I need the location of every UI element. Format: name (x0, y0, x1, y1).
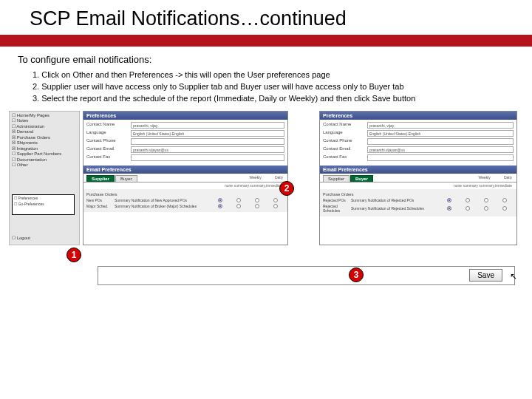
contact-phone-field[interactable] (131, 138, 284, 145)
language-field[interactable]: English (United States)-English (367, 130, 514, 137)
report-group-label: Purchase Orders (86, 192, 284, 197)
nav-item: ☐ Other (12, 163, 77, 168)
contact-fax-label: Contact Fax (323, 154, 367, 161)
report-row-radios[interactable] (440, 206, 514, 211)
report-area: Purchase Orders New POs Summary Notifica… (83, 189, 287, 212)
nav-item: ☒ Integration (12, 146, 77, 152)
callout-3: 3 (349, 267, 364, 282)
contact-email-label: Contact Email (86, 146, 131, 153)
tabs-row: Supplier Buyer Weekly Daily (83, 174, 287, 183)
left-nav-screenshot: ☐ Home/My Pages ☐ Notes ☐ Administration… (9, 111, 80, 245)
contact-phone-label: Contact Phone (86, 138, 131, 145)
nav-item: ☐ Documentation (12, 157, 77, 163)
preferences-highlight-box: ☐ Preferences ☐ Go-Preferences (12, 194, 75, 215)
screenshots-area: ☐ Home/My Pages ☐ Notes ☐ Administration… (9, 111, 522, 281)
tab-supplier[interactable]: Supplier (323, 175, 349, 182)
supplier-preferences-screenshot: Preferences Contact Nameprasanthi, vijay… (83, 111, 288, 245)
language-label: Language (86, 130, 131, 137)
step-3: 3. Select the report and the schedule of… (33, 93, 510, 105)
nav-item: ☐ Supplier Part Numbers (12, 151, 77, 157)
intro-text: To configure email notifications: (0, 47, 532, 66)
nav-item: ☒ Demand (12, 129, 77, 135)
report-row: New POs Summary Notification of New Appr… (86, 197, 284, 203)
tab-buyer[interactable]: Buyer (350, 175, 373, 182)
nav-item: ☒ Shipments (12, 140, 77, 146)
report-row-radios[interactable] (211, 198, 284, 202)
contact-form: Contact Nameprasanthi, vijay LanguageEng… (83, 120, 287, 166)
col-daily: Daily (504, 175, 512, 180)
report-row-name: Summary Notification of Rejected Schedul… (351, 206, 440, 211)
nav-item: ☐ Notes (12, 118, 77, 124)
email-preferences-header: Email Preferences (320, 166, 516, 174)
tabs-row: Supplier Buyer Weekly Daily (320, 174, 516, 183)
contact-fax-label: Contact Fax (86, 154, 131, 161)
language-label: Language (323, 130, 367, 137)
report-row-radios[interactable] (440, 198, 514, 202)
nav-sub-item: ☐ Go-Preferences (13, 201, 74, 207)
contact-email-label: Contact Email (323, 146, 367, 153)
report-row-radios[interactable] (211, 204, 284, 208)
save-bar-screenshot: Save ↖ (98, 266, 515, 285)
col-weekly: Weekly (479, 175, 491, 180)
save-button[interactable]: Save (469, 269, 502, 282)
cursor-icon: ↖ (510, 271, 517, 282)
callout-2: 2 (279, 181, 294, 196)
callout-1: 1 (66, 248, 81, 262)
contact-name-label: Contact Name (323, 122, 367, 129)
schedule-subtext: none summary summary,immediate (83, 183, 287, 189)
report-row: Rejected POs Summary Notification of Rej… (323, 197, 514, 203)
contact-email-field[interactable]: prasanthi.vijayan@us (367, 146, 514, 153)
contact-name-field[interactable]: prasanthi, vijay (367, 122, 514, 129)
report-row-name: Summary Notification of Rejected POs (351, 198, 440, 202)
report-row-left: New POs (86, 198, 115, 202)
report-row-name: Summary Notification of New Approved POs (115, 198, 211, 202)
col-daily: Daily (275, 175, 283, 180)
col-weekly: Weekly (250, 175, 262, 180)
nav-item: ☐ Administration (12, 124, 77, 130)
schedule-column-labels: Weekly Daily (479, 175, 512, 180)
step-2: 2. Supplier user will have access only t… (33, 81, 510, 93)
nav-item: ☒ Purchase Orders (12, 135, 77, 141)
tab-buyer[interactable]: Buyer (115, 175, 137, 182)
contact-name-label: Contact Name (86, 122, 131, 129)
report-row-left: Rejected Schedules (323, 204, 351, 213)
language-field[interactable]: English (United States)-English (131, 130, 284, 137)
nav-item: ☐ Home/My Pages (12, 113, 77, 119)
schedule-subtext: none summary summary,immediate (320, 183, 516, 189)
report-row-name: Summary Notification of Broker (Major) S… (115, 204, 211, 208)
red-divider (0, 35, 532, 47)
page-title: SCP Email Notifications…continued (0, 7, 532, 35)
nav-item-logout: ☐ Logout (12, 236, 30, 242)
preferences-header: Preferences (320, 112, 516, 120)
tab-supplier[interactable]: Supplier (86, 175, 115, 182)
step-1: 1. Click on Other and then Preferences -… (33, 69, 510, 81)
report-row: Major Sched. Summary Notification of Bro… (86, 203, 284, 209)
steps-list: 1. Click on Other and then Preferences -… (0, 66, 532, 111)
report-group-label: Purchase Orders (323, 192, 514, 197)
preferences-header: Preferences (83, 112, 287, 120)
schedule-column-labels: Weekly Daily (250, 175, 283, 180)
contact-form: Contact Nameprasanthi, vijay LanguageEng… (320, 120, 516, 166)
contact-email-field[interactable]: prasanthi.vijayan@us (131, 146, 284, 153)
contact-fax-field[interactable] (131, 154, 284, 161)
contact-fax-field[interactable] (367, 154, 514, 161)
buyer-preferences-screenshot: Preferences Contact Nameprasanthi, vijay… (319, 111, 517, 245)
report-row-left: Major Sched. (86, 204, 115, 208)
contact-phone-label: Contact Phone (323, 138, 367, 145)
report-row-left: Rejected POs (323, 198, 351, 202)
contact-name-field[interactable]: prasanthi, vijay (131, 122, 284, 129)
contact-phone-field[interactable] (367, 138, 514, 145)
report-row: Rejected Schedules Summary Notification … (323, 203, 514, 214)
report-area: Purchase Orders Rejected POs Summary Not… (320, 189, 516, 216)
title-bar: SCP Email Notifications…continued (0, 0, 532, 47)
email-preferences-header: Email Preferences (83, 166, 287, 174)
nav-sub-item: ☐ Preferences (13, 195, 74, 201)
